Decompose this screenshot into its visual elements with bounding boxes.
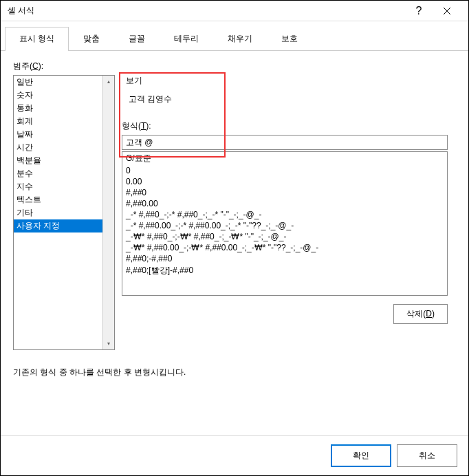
format-list-item[interactable]: #,##0.00 xyxy=(122,198,447,209)
main-row: 일반숫자통화회계날짜시간백분율분수지수텍스트기타사용자 지정 ▴ ▾ 보기 고객… xyxy=(13,75,456,350)
category-listbox[interactable]: 일반숫자통화회계날짜시간백분율분수지수텍스트기타사용자 지정 ▴ ▾ xyxy=(13,75,115,350)
category-item[interactable]: 날짜 xyxy=(14,128,102,141)
category-item[interactable]: 기타 xyxy=(14,206,102,219)
format-list-item[interactable]: #,##0;-#,##0 xyxy=(122,253,447,264)
category-item[interactable]: 사용자 지정 xyxy=(14,219,102,232)
tab-5[interactable]: 보호 xyxy=(267,27,312,50)
dialog-title: 셀 서식 xyxy=(6,5,406,17)
format-list-item[interactable]: _-* #,##0_-;-* #,##0_-;_-* "-"_-;_-@_- xyxy=(122,209,447,220)
category-item[interactable]: 통화 xyxy=(14,102,102,115)
tab-1[interactable]: 맞춤 xyxy=(69,27,114,50)
category-item[interactable]: 일반 xyxy=(14,76,102,89)
titlebar: 셀 서식 ? xyxy=(1,1,468,21)
format-list-item[interactable]: _-₩* #,##0.00_-;-₩* #,##0.00_-;_-₩* "-"?… xyxy=(122,242,447,253)
format-list-item[interactable]: 0.00 xyxy=(122,176,447,187)
category-item[interactable]: 텍스트 xyxy=(14,193,102,206)
delete-button[interactable]: 삭제(D) xyxy=(393,304,448,324)
format-list-item[interactable]: 0 xyxy=(122,165,447,176)
preview-value: 고객 김영수 xyxy=(122,91,456,108)
format-list-item[interactable]: #,##0;[빨강]-#,##0 xyxy=(122,264,447,277)
category-scrollbar[interactable]: ▴ ▾ xyxy=(102,76,114,349)
format-list-item[interactable]: _-* #,##0.00_-;-* #,##0.00_-;_-* "-"??_-… xyxy=(122,220,447,231)
scroll-down-icon[interactable]: ▾ xyxy=(103,338,114,349)
tab-2[interactable]: 글꼴 xyxy=(114,27,160,50)
format-list-item[interactable]: #,##0 xyxy=(122,187,447,198)
category-item[interactable]: 시간 xyxy=(14,141,102,154)
format-input[interactable] xyxy=(122,135,448,150)
category-item[interactable]: 백분율 xyxy=(14,154,102,167)
footer: 확인 취소 xyxy=(1,435,468,475)
format-list-item[interactable]: G/표준 xyxy=(122,152,447,165)
category-label: 범주(C): xyxy=(13,61,456,72)
close-button[interactable] xyxy=(431,1,463,21)
ok-button[interactable]: 확인 xyxy=(331,444,391,467)
right-column: 보기 고객 김영수 형식(T): G/표준00.00#,##0#,##0.00_… xyxy=(122,75,456,350)
cell-format-dialog: 셀 서식 ? 표시 형식맞춤글꼴테두리채우기보호 범주(C): 일반숫자통화회계… xyxy=(0,0,469,476)
category-item[interactable]: 숫자 xyxy=(14,89,102,102)
format-label: 형식(T): xyxy=(122,120,456,132)
format-list-item[interactable]: _-₩* #,##0_-;-₩* #,##0_-;_-₩* "-"_-;_-@_… xyxy=(122,231,447,242)
delete-row: 삭제(D) xyxy=(122,304,448,324)
category-item[interactable]: 회계 xyxy=(14,115,102,128)
preview-label: 보기 xyxy=(122,75,456,87)
tab-4[interactable]: 채우기 xyxy=(213,27,267,50)
category-item[interactable]: 지수 xyxy=(14,180,102,193)
help-button[interactable]: ? xyxy=(406,1,431,21)
close-icon xyxy=(443,7,451,15)
cancel-button[interactable]: 취소 xyxy=(397,444,457,467)
content-area: 범주(C): 일반숫자통화회계날짜시간백분율분수지수텍스트기타사용자 지정 ▴ … xyxy=(1,51,468,388)
tabs-row: 표시 형식맞춤글꼴테두리채우기보호 xyxy=(1,21,468,51)
scroll-up-icon[interactable]: ▴ xyxy=(103,76,114,87)
format-listbox[interactable]: G/표준00.00#,##0#,##0.00_-* #,##0_-;-* #,#… xyxy=(122,151,448,296)
tab-0[interactable]: 표시 형식 xyxy=(5,27,69,50)
hint-text: 기존의 형식 중 하나를 선택한 후 변형시킵니다. xyxy=(13,367,456,378)
category-item[interactable]: 분수 xyxy=(14,167,102,180)
tab-3[interactable]: 테두리 xyxy=(160,27,213,50)
